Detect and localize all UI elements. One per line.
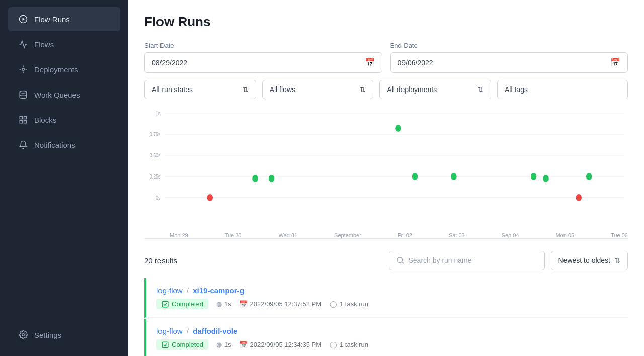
results-count: 20 results <box>144 256 177 265</box>
flows-label: All flows <box>270 85 295 94</box>
svg-rect-4 <box>20 116 22 119</box>
x-label-tue06: Tue 06 <box>611 232 628 238</box>
sidebar: Flow Runs Flows Deployments Work Queues … <box>0 0 128 356</box>
sidebar-item-notifications[interactable]: Notifications <box>8 133 120 157</box>
sidebar-item-settings[interactable]: Settings <box>8 323 120 347</box>
datetime-item: 📅 2022/09/05 12:37:52 PM <box>239 300 321 308</box>
sidebar-item-label: Notifications <box>34 141 75 149</box>
status-label: Completed <box>172 341 203 348</box>
filter-row: All run states ⇅ All flows ⇅ All deploym… <box>144 80 628 99</box>
flow-run-item: log-flow / daffodil-vole Completed ◍ 1s … <box>144 319 628 356</box>
flow-runs-chart: 1s 0.75s 0.50s 0.25s 0s <box>144 108 628 239</box>
svg-point-23 <box>412 173 418 180</box>
flow-run-meta: Completed ◍ 1s 📅 2022/09/05 12:34:35 PM … <box>156 339 618 350</box>
flows-icon <box>18 39 28 49</box>
datetime-value: 2022/09/05 12:37:52 PM <box>250 300 321 308</box>
calendar-icon-meta: 📅 <box>239 341 248 348</box>
task-runs-value: 1 task run <box>340 341 368 348</box>
sort-label: Newest to oldest <box>558 256 611 264</box>
svg-point-24 <box>451 173 456 180</box>
duration-value: 1s <box>224 341 231 348</box>
task-runs-item: ◯ 1 task run <box>330 341 368 348</box>
flows-filter[interactable]: All flows ⇅ <box>262 80 374 99</box>
notifications-icon <box>18 140 28 150</box>
svg-point-2 <box>22 68 25 71</box>
svg-rect-5 <box>24 116 27 119</box>
page-title: Flow Runs <box>144 14 628 30</box>
clock-icon: ◍ <box>216 341 222 348</box>
search-input[interactable] <box>409 256 537 264</box>
duration-item: ◍ 1s <box>216 341 231 348</box>
sidebar-item-label: Flows <box>34 40 54 49</box>
svg-point-8 <box>22 334 25 336</box>
svg-text:0.75s: 0.75s <box>150 131 161 137</box>
svg-text:1s: 1s <box>156 110 160 116</box>
x-label-sep: September <box>334 232 361 238</box>
svg-point-20 <box>252 175 258 182</box>
end-date-value: 09/06/2022 <box>398 59 433 67</box>
status-badge: Completed <box>156 339 208 350</box>
tasks-icon: ◯ <box>330 300 337 308</box>
deployments-label: All deployments <box>387 85 437 94</box>
chart-svg: 1s 0.75s 0.50s 0.25s 0s <box>144 108 628 219</box>
x-label-sep04: Sep 04 <box>502 232 519 238</box>
flow-runs-list: log-flow / xi19-campor-g Completed ◍ 1s … <box>144 278 628 356</box>
svg-point-3 <box>20 91 27 94</box>
settings-icon <box>18 330 28 340</box>
x-label-sat03: Sat 03 <box>449 232 465 238</box>
status-badge: Completed <box>156 299 208 309</box>
sidebar-item-flows[interactable]: Flows <box>8 32 120 56</box>
run-name-link[interactable]: xi19-campor-g <box>193 286 245 295</box>
tags-filter[interactable]: All tags <box>497 80 628 99</box>
flow-run-meta: Completed ◍ 1s 📅 2022/09/05 12:37:52 PM … <box>156 299 618 309</box>
svg-point-29 <box>397 257 403 263</box>
flow-name-link[interactable]: log-flow <box>156 327 183 335</box>
search-icon <box>396 256 405 264</box>
svg-text:0.50s: 0.50s <box>150 152 161 158</box>
x-label-tue30: Tue 30 <box>225 232 242 238</box>
sidebar-item-blocks[interactable]: Blocks <box>8 108 120 132</box>
flow-name-link[interactable]: log-flow <box>156 286 183 295</box>
deployments-filter[interactable]: All deployments ⇅ <box>379 80 491 99</box>
clock-icon: ◍ <box>216 300 222 308</box>
search-box[interactable] <box>389 251 545 270</box>
play-icon <box>18 14 28 24</box>
flow-run-title: log-flow / xi19-campor-g <box>156 286 618 295</box>
svg-point-21 <box>269 175 274 182</box>
svg-point-28 <box>586 173 592 180</box>
date-filter-row: Start Date 08/29/2022 📅 End Date 09/06/2… <box>144 42 628 73</box>
sidebar-item-flow-runs[interactable]: Flow Runs <box>8 7 120 31</box>
tags-label: All tags <box>505 85 528 94</box>
main-content: Flow Runs Start Date 08/29/2022 📅 End Da… <box>128 0 644 356</box>
sidebar-item-deployments[interactable]: Deployments <box>8 57 120 81</box>
sidebar-item-label: Blocks <box>34 116 56 124</box>
results-bar: 20 results Newest to oldest ⇅ <box>144 251 628 270</box>
sidebar-item-work-queues[interactable]: Work Queues <box>8 82 120 107</box>
datetime-value: 2022/09/05 12:34:35 PM <box>250 341 321 348</box>
results-controls: Newest to oldest ⇅ <box>389 251 628 270</box>
svg-text:0s: 0s <box>156 195 160 201</box>
sort-select[interactable]: Newest to oldest ⇅ <box>551 251 628 270</box>
flow-run-title: log-flow / daffodil-vole <box>156 327 618 335</box>
x-label-mon29: Mon 29 <box>170 232 188 238</box>
run-states-label: All run states <box>152 85 193 94</box>
start-date-input[interactable]: 08/29/2022 📅 <box>144 52 382 73</box>
start-date-group: Start Date 08/29/2022 📅 <box>144 42 382 73</box>
blocks-icon <box>18 115 28 125</box>
deployments-icon <box>18 64 28 74</box>
x-label-mon05: Mon 05 <box>555 232 574 238</box>
run-name-link[interactable]: daffodil-vole <box>193 327 237 335</box>
duration-item: ◍ 1s <box>216 300 231 308</box>
end-date-input[interactable]: 09/06/2022 📅 <box>390 52 628 73</box>
svg-point-27 <box>576 194 582 201</box>
svg-point-19 <box>207 194 213 201</box>
x-label-fri02: Fri 02 <box>398 232 412 238</box>
sidebar-item-label: Work Queues <box>34 91 80 99</box>
run-states-filter[interactable]: All run states ⇅ <box>144 80 256 99</box>
svg-rect-31 <box>162 342 168 348</box>
svg-point-25 <box>531 173 536 180</box>
chevron-icon: ⇅ <box>243 85 249 94</box>
end-date-label: End Date <box>390 42 628 49</box>
start-date-label: Start Date <box>144 42 382 49</box>
check-icon <box>162 341 169 348</box>
